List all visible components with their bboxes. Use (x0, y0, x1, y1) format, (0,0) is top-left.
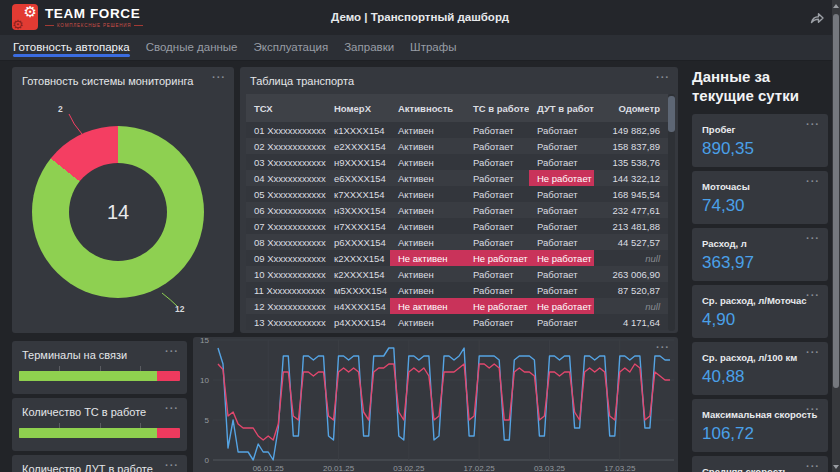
more-menu-icon[interactable] (806, 346, 820, 358)
table-row[interactable]: 13 Xxxxxxxxxxxx р4XXXX154 Активен Работа… (246, 314, 668, 330)
cell-odometer: 158 837,89 (594, 138, 668, 154)
table-column-header[interactable]: Активность (390, 94, 465, 122)
cell-number: е6XXXX154 (326, 170, 390, 186)
transport-table-card: Таблица транспорта ТСХНомерХАктивностьТС… (240, 67, 678, 333)
cell-activity: Активен (390, 266, 465, 282)
cell-ts-working: Не работает (465, 250, 529, 266)
more-menu-icon[interactable] (806, 232, 820, 244)
cell-ts-working: Работает (465, 266, 529, 282)
table-scrollbar[interactable] (668, 94, 675, 331)
x-axis-tick-label: 17.03.25 (604, 464, 636, 472)
cell-ts-working: Работает (465, 122, 529, 138)
cell-tsx: 03 Xxxxxxxxxxxx (246, 154, 326, 170)
gauge-bar-green (19, 371, 157, 381)
page-scrollbar[interactable] (832, 0, 840, 472)
cell-odometer: 213 481,88 (594, 218, 668, 234)
cell-activity: Активен (390, 234, 465, 250)
cell-number: е2XXXX154 (326, 138, 390, 154)
kpi-value: 363,97 (702, 253, 818, 273)
cell-number: н7XXXX154 (326, 218, 390, 234)
table-row[interactable]: 04 Xxxxxxxxxxxx е6XXXX154 Активен Работа… (246, 170, 668, 186)
table-column-header[interactable]: ТС в работе (465, 94, 529, 122)
cell-activity: Активен (390, 154, 465, 170)
donut-hole: 14 (69, 163, 167, 261)
nav-tab[interactable]: Готовность автопарка (13, 41, 130, 60)
table-column-header[interactable]: ДУТ в работе (529, 94, 594, 122)
cell-activity: Активен (390, 218, 465, 234)
cell-tsx: 06 Xxxxxxxxxxxx (246, 202, 326, 218)
app-header: ⚙⚙ TEAM FORCE КОМПЛЕКСНЫЕ РЕШЕНИЯ Демо |… (0, 0, 840, 35)
cell-tsx: 10 Xxxxxxxxxxxx (246, 266, 326, 282)
cell-number: р6XXXX154 (326, 234, 390, 250)
table-row[interactable]: 07 Xxxxxxxxxxxx н7XXXX154 Активен Работа… (246, 218, 668, 234)
cell-ts-working: Работает (465, 282, 529, 298)
more-menu-icon[interactable] (165, 345, 179, 357)
nav-tab[interactable]: Эксплуатация (254, 41, 329, 60)
cell-activity: Активен (390, 186, 465, 202)
cell-odometer: null (594, 250, 668, 266)
more-menu-icon[interactable] (806, 175, 820, 187)
chart-series-blue (218, 348, 670, 460)
kpi-label: Ср. расход, л/Моточас (702, 295, 818, 306)
scroll-down-icon[interactable] (833, 465, 839, 469)
cell-ts-working: Работает (465, 154, 529, 170)
card-title: Количество ДУТ в работе (12, 455, 187, 472)
more-menu-icon[interactable] (806, 118, 820, 130)
kpi-value: 106,72 (702, 424, 818, 444)
more-menu-icon[interactable] (806, 289, 820, 301)
nav-tab-label: Штрафы (410, 41, 456, 53)
page-scrollbar-thumb[interactable] (833, 14, 839, 388)
table-column-header[interactable]: Одометр (594, 94, 668, 122)
cell-number: н9XXXX154 (326, 154, 390, 170)
more-menu-icon[interactable] (806, 460, 820, 472)
logo-subtitle: КОМПЛЕКСНЫЕ РЕШЕНИЯ (45, 23, 143, 28)
card-title: Количество ТС в работе (12, 398, 187, 418)
nav-tab[interactable]: Заправки (344, 41, 394, 60)
donut-segment-label: 2 (58, 104, 63, 114)
table-row[interactable]: 01 Xxxxxxxxxxxx к1XXXX154 Активен Работа… (246, 122, 668, 138)
cell-odometer: null (594, 298, 668, 314)
table-row[interactable]: 09 Xxxxxxxxxxxx к2XXXX154 Не активен Не … (246, 250, 668, 266)
cell-odometer: 168 945,54 (594, 186, 668, 202)
kpi-card: Средняя скорость (692, 456, 828, 472)
table-row[interactable]: 05 Xxxxxxxxxxxx к7XXXX154 Активен Работа… (246, 186, 668, 202)
panel-title: Данные за текущие сутки (692, 68, 828, 106)
cell-ts-working: Работает (465, 186, 529, 202)
table-row[interactable]: 03 Xxxxxxxxxxxx н9XXXX154 Активен Работа… (246, 154, 668, 170)
more-menu-icon[interactable] (212, 71, 226, 83)
cell-dut-working: Не работает (529, 250, 594, 266)
more-menu-icon[interactable] (806, 403, 820, 415)
cell-ts-working: Не работает (465, 298, 529, 314)
y-axis-tick-label: 0 (205, 456, 210, 465)
x-axis-tick-label: 03.02.25 (393, 464, 425, 472)
table-row[interactable]: 11 Xxxxxxxxxxxx м5XXXX154 Активен Работа… (246, 282, 668, 298)
donut-chart[interactable]: 14 (32, 126, 204, 298)
kpi-label: Расход, л (702, 238, 818, 249)
more-menu-icon[interactable] (165, 402, 179, 414)
cell-activity: Не активен (390, 298, 465, 314)
gauge-bar (19, 428, 180, 438)
table-scrollbar-thumb[interactable] (668, 96, 675, 132)
table-row[interactable]: 06 Xxxxxxxxxxxx н3XXXX154 Активен Работа… (246, 202, 668, 218)
cell-ts-working: Работает (465, 138, 529, 154)
line-chart[interactable]: 05101506.01.2520.01.2503.02.2517.02.2503… (193, 337, 678, 472)
more-menu-icon[interactable] (656, 71, 670, 83)
scroll-up-icon[interactable] (833, 4, 839, 8)
cell-dut-working: Не работает (529, 170, 594, 186)
x-axis-tick-label: 20.01.25 (323, 464, 355, 472)
table-row[interactable]: 08 Xxxxxxxxxxxx р6XXXX154 Активен Работа… (246, 234, 668, 250)
table-row[interactable]: 12 Xxxxxxxxxxxx н4XXXX154 Не активен Не … (246, 298, 668, 314)
more-menu-icon[interactable] (165, 459, 179, 471)
table-column-header[interactable]: ТСХ (246, 94, 326, 122)
cell-activity: Активен (390, 170, 465, 186)
table-row[interactable]: 10 Xxxxxxxxxxxx к2XXXX154 Активен Работа… (246, 266, 668, 282)
nav-tab[interactable]: Сводные данные (146, 41, 238, 60)
x-axis-tick-label: 06.01.25 (253, 464, 285, 472)
cell-activity: Активен (390, 314, 465, 330)
table-row[interactable]: 02 Xxxxxxxxxxxx е2XXXX154 Активен Работа… (246, 138, 668, 154)
table-column-header[interactable]: НомерХ (326, 94, 390, 122)
nav-tab[interactable]: Штрафы (410, 41, 456, 60)
gauge-card: Количество ТС в работе (12, 398, 187, 451)
card-title: Терминалы на связи (12, 341, 187, 361)
share-icon[interactable] (808, 9, 826, 27)
